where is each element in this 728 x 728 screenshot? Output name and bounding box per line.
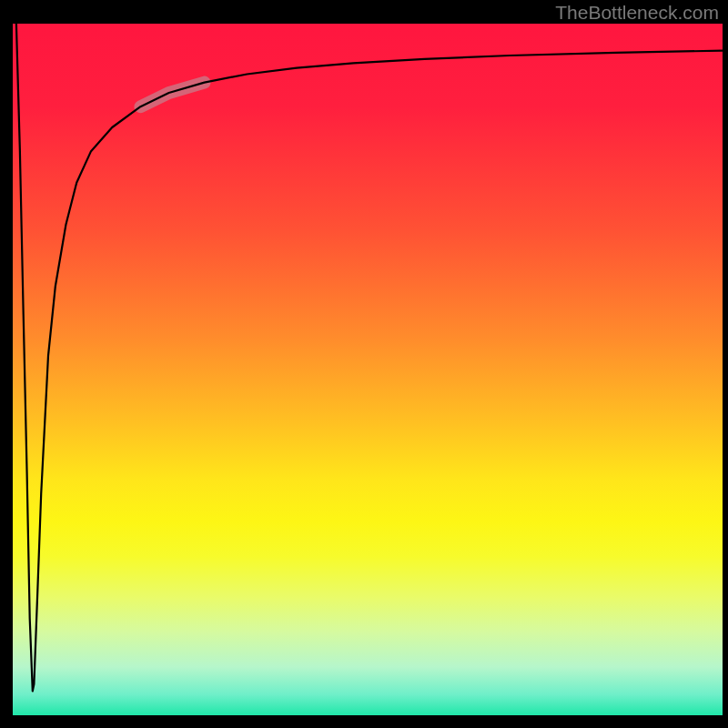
chart-stage: TheBottleneck.com [0, 0, 728, 728]
watermark-text: TheBottleneck.com [555, 2, 719, 24]
curve-svg [13, 24, 723, 715]
plot-area [13, 24, 723, 715]
bottleneck-curve [16, 24, 723, 691]
